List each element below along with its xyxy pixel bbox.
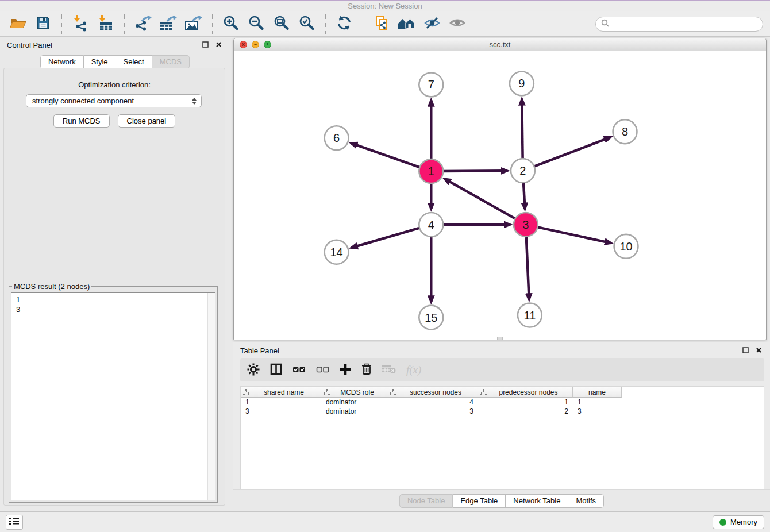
deselect-all-button[interactable] [316,365,329,375]
edge-4-14[interactable] [351,228,421,248]
result-scrollbar[interactable] [207,293,215,500]
export-network-button[interactable] [132,14,154,34]
toolbar-separator [325,14,326,34]
tab-node-table[interactable]: Node Table [399,494,453,508]
select-all-button[interactable] [292,365,306,375]
close-table-panel-button[interactable] [754,346,763,355]
table-panel-header: Table Panel [233,342,770,358]
control-panel-header: Control Panel [0,37,230,53]
node-label: 2 [519,164,526,177]
import-table-button[interactable] [95,14,117,34]
node-label: 14 [330,246,343,259]
hierarchy-icon [324,389,330,395]
float-table-panel-button[interactable] [741,346,750,355]
memory-status-icon [719,519,726,526]
column-header-predecessor-nodes[interactable]: predecessor nodes [478,387,573,398]
main-toolbar [0,11,770,37]
export-image-button[interactable] [183,14,205,34]
window-title: Session: New Session [348,2,422,10]
run-mcds-button[interactable]: Run MCDS [53,114,110,128]
edge-2-9[interactable] [522,99,522,160]
result-line: 3 [16,304,210,314]
network-canvas[interactable]: 7968124314101511 [234,51,766,340]
edge-3-1[interactable] [445,179,517,219]
mcds-result-box[interactable]: 13 [11,292,215,500]
column-header-name[interactable]: name [573,387,622,398]
show-all-button[interactable] [446,14,468,34]
open-session-button[interactable] [7,14,29,34]
import-table-icon [97,14,114,33]
tab-mcds[interactable]: MCDS [152,55,190,69]
tab-motifs[interactable]: Motifs [568,494,604,508]
memory-label: Memory [730,518,757,526]
table-row[interactable]: 3dominator323 [241,407,764,416]
status-bar: Memory [0,511,770,532]
zoom-window-button[interactable]: + [264,41,271,48]
edge-1-2[interactable] [442,171,507,171]
delete-table-icon [382,364,396,376]
result-line: 1 [16,295,210,304]
network-graph[interactable]: 7968124314101511 [234,51,766,340]
criterion-select[interactable]: strongly connected component [26,94,202,107]
search-input[interactable] [613,20,757,28]
control-panel-tabs: NetworkStyleSelectMCDS [0,55,230,69]
tab-edge-table[interactable]: Edge Table [453,494,506,508]
table-cell: 4 [387,398,478,406]
clone-network-icon [374,15,390,33]
hide-selected-button[interactable] [421,14,443,34]
add-row-button[interactable] [340,364,351,377]
zoom-out-button[interactable] [245,14,267,34]
delete-row-button[interactable] [361,363,372,377]
first-neighbors-button[interactable] [396,14,418,34]
edge-3-11[interactable] [526,236,529,300]
table-cell: 1 [573,398,622,406]
window-resize-grip[interactable] [497,337,503,340]
tab-network-table[interactable]: Network Table [506,494,568,508]
select-all-icon [292,365,306,375]
float-icon [742,346,749,355]
float-panel-button[interactable] [201,40,210,49]
table-settings-button[interactable] [247,363,260,377]
import-network-icon [72,14,89,33]
table-cell: 1 [241,398,321,406]
refresh-layout-button[interactable] [333,14,355,34]
column-header-shared-name[interactable]: shared name [241,387,321,398]
save-session-icon [36,16,51,32]
memory-button[interactable]: Memory [713,515,764,529]
toolbar-separator [363,14,363,34]
node-label: 6 [333,132,340,144]
edge-3-10[interactable] [536,227,611,243]
clone-network-button[interactable] [371,14,392,34]
node-table: shared nameMCDS rolesuccessor nodesprede… [240,386,764,489]
edge-1-6[interactable] [351,143,421,168]
zoom-fit-button[interactable] [271,14,292,34]
column-header-successor-nodes[interactable]: successor nodes [387,387,478,398]
node-label: 9 [518,77,525,90]
task-history-button[interactable] [6,515,23,530]
export-table-button[interactable] [157,14,179,34]
table-toolbar: f(x) [240,358,764,381]
optimization-label: Optimization criterion: [4,80,225,89]
edge-2-3[interactable] [523,182,525,209]
close-window-button[interactable]: x [240,41,247,48]
close-panel-button[interactable] [214,40,223,49]
tab-style[interactable]: Style [84,55,116,69]
minimize-window-button[interactable]: – [252,41,259,48]
network-window-titlebar: scc.txt x – + [234,38,766,51]
table-row[interactable]: 1dominator411 [241,398,764,407]
tab-select[interactable]: Select [116,55,152,69]
table-tabs: Node TableEdge TableNetwork TableMotifs [399,494,604,508]
close-panel-button-2[interactable]: Close panel [118,114,176,128]
tab-network[interactable]: Network [40,55,84,69]
search-box[interactable] [595,17,763,32]
zoom-in-button[interactable] [220,14,242,34]
save-session-button[interactable] [32,14,54,34]
edge-2-8[interactable] [533,137,611,167]
zoom-selected-button[interactable] [296,14,318,34]
zoom-selected-icon [298,15,315,33]
control-panel-title: Control Panel [7,41,52,49]
import-network-button[interactable] [70,14,91,34]
search-icon [601,19,609,29]
column-header-MCDS-role[interactable]: MCDS role [321,387,387,398]
toggle-columns-button[interactable] [270,363,282,377]
